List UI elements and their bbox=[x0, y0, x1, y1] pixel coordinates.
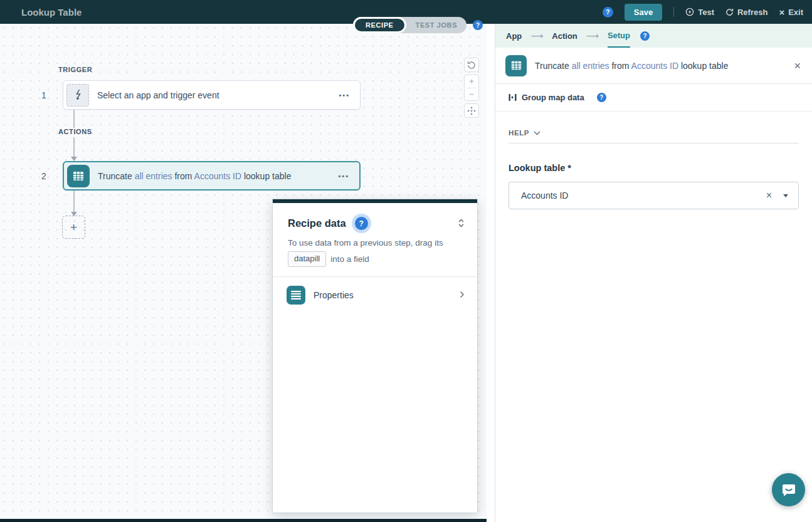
properties-row[interactable]: Properties bbox=[273, 277, 477, 313]
step-menu-button[interactable]: ••• bbox=[338, 172, 349, 180]
help-icon[interactable]: ? bbox=[640, 31, 650, 41]
action-step-title: Truncate all entries from Accounts ID lo… bbox=[98, 171, 291, 181]
group-map-data-row: Group map data ? bbox=[495, 84, 812, 112]
group-map-icon bbox=[509, 93, 517, 102]
page-title: Lookup Table bbox=[21, 7, 82, 18]
reset-zoom-button[interactable] bbox=[464, 58, 479, 72]
connector-line bbox=[73, 110, 75, 128]
breadcrumb-action[interactable]: Action bbox=[552, 24, 577, 48]
list-icon bbox=[291, 291, 301, 300]
zoom-in-button[interactable]: + bbox=[465, 75, 478, 88]
trigger-step-card[interactable]: Select an app and trigger event ••• bbox=[63, 80, 361, 110]
action-summary-row: Truncate all entries from Accounts ID lo… bbox=[495, 48, 812, 84]
chevron-right-icon bbox=[460, 290, 465, 301]
trigger-step-title: Select an app and trigger event bbox=[97, 90, 219, 100]
connector-line bbox=[73, 137, 75, 157]
step-number: 2 bbox=[36, 161, 51, 191]
actions-section-label: ACTIONS bbox=[58, 128, 92, 135]
required-asterisk: * bbox=[567, 163, 571, 173]
popup-title: Recipe data bbox=[288, 217, 346, 229]
all-entries-link[interactable]: all entries bbox=[135, 171, 172, 181]
setup-panel: App ⟶ Action ⟶ Setup ? Truncate all entr… bbox=[495, 24, 812, 522]
action-step-card[interactable]: Truncate all entries from Accounts ID lo… bbox=[63, 161, 361, 191]
lookup-table-iconbox bbox=[67, 165, 90, 187]
arrow-head bbox=[71, 157, 77, 161]
help-icon[interactable]: ? bbox=[355, 217, 368, 230]
accounts-id-link[interactable]: Accounts ID bbox=[631, 61, 678, 71]
all-entries-link[interactable]: all entries bbox=[572, 61, 609, 71]
recipe-data-popup: Recipe data ? To use data from a previou… bbox=[273, 199, 477, 513]
pan-icon bbox=[467, 107, 476, 115]
tab-recipe[interactable]: RECIPE bbox=[353, 17, 406, 33]
save-button[interactable]: Save bbox=[625, 4, 662, 21]
help-icon[interactable]: ? bbox=[473, 20, 483, 30]
popup-header: Recipe data ? To use data from a previou… bbox=[273, 203, 477, 277]
add-step-button[interactable]: + bbox=[62, 216, 85, 239]
chat-bubble-icon bbox=[780, 481, 798, 499]
collapse-expand-icon[interactable] bbox=[458, 218, 465, 231]
group-map-data-button[interactable]: Group map data bbox=[522, 93, 584, 102]
help-icon[interactable]: ? bbox=[597, 93, 606, 102]
divider bbox=[509, 143, 799, 144]
play-circle-icon bbox=[685, 8, 694, 16]
close-panel-button[interactable]: × bbox=[794, 60, 801, 71]
lookup-table-field-label: Lookup table * bbox=[509, 163, 799, 173]
help-icon[interactable]: ? bbox=[603, 7, 613, 18]
canvas-bottom-edge bbox=[0, 519, 487, 522]
action-summary-text: Truncate all entries from Accounts ID lo… bbox=[535, 61, 728, 71]
table-icon bbox=[71, 169, 86, 184]
fit-view-button[interactable] bbox=[464, 103, 479, 118]
step-number: 1 bbox=[36, 80, 51, 110]
lookup-table-iconbox bbox=[505, 55, 527, 76]
divider bbox=[673, 7, 674, 17]
help-halo: ? bbox=[352, 214, 371, 233]
view-tabs-pill: RECIPE TEST JOBS bbox=[353, 17, 467, 33]
view-tabs: RECIPE TEST JOBS ? bbox=[353, 17, 483, 33]
panel-breadcrumb: App ⟶ Action ⟶ Setup ? bbox=[495, 24, 812, 48]
arrow-right-icon: ⟶ bbox=[530, 24, 543, 48]
connector-line bbox=[73, 191, 75, 212]
chevron-down-icon bbox=[534, 131, 540, 135]
breadcrumb-app[interactable]: App bbox=[506, 24, 522, 48]
trigger-section-label: TRIGGER bbox=[58, 66, 92, 73]
help-wrap: ? bbox=[640, 24, 650, 48]
properties-label: Properties bbox=[314, 290, 354, 300]
zoom-group: + − bbox=[464, 75, 479, 101]
accounts-id-link[interactable]: Accounts ID bbox=[194, 171, 241, 181]
close-icon: × bbox=[779, 7, 784, 18]
chat-launcher-button[interactable] bbox=[772, 473, 805, 506]
arrow-right-icon: ⟶ bbox=[586, 24, 599, 48]
breadcrumb-setup[interactable]: Setup bbox=[608, 24, 630, 48]
test-button[interactable]: Test bbox=[685, 8, 714, 17]
properties-iconbox bbox=[287, 286, 305, 305]
help-section-toggle[interactable]: HELP bbox=[509, 129, 799, 137]
refresh-icon bbox=[725, 8, 734, 16]
lookup-table-select-value: Accounts ID bbox=[521, 191, 568, 201]
exit-button[interactable]: × Exit bbox=[779, 7, 803, 18]
table-icon bbox=[509, 58, 524, 73]
lookup-table-select[interactable]: Accounts ID × bbox=[509, 182, 799, 209]
step-menu-button[interactable]: ••• bbox=[339, 91, 350, 99]
topbar-actions: ? Save Test Refresh × Exit bbox=[603, 4, 812, 21]
dropdown-caret-icon[interactable] bbox=[783, 194, 788, 197]
refresh-button[interactable]: Refresh bbox=[725, 8, 767, 17]
zigzag-arrow-icon bbox=[73, 89, 83, 101]
datapill-chip[interactable]: datapill bbox=[288, 251, 326, 267]
reset-zoom-icon bbox=[467, 61, 476, 70]
clear-selection-button[interactable]: × bbox=[766, 191, 772, 201]
popup-description: To use data from a previous step, drag i… bbox=[288, 237, 463, 267]
zoom-out-button[interactable]: − bbox=[465, 88, 478, 100]
tab-test-jobs[interactable]: TEST JOBS bbox=[406, 19, 467, 31]
trigger-placeholder-iconbox bbox=[66, 84, 89, 107]
